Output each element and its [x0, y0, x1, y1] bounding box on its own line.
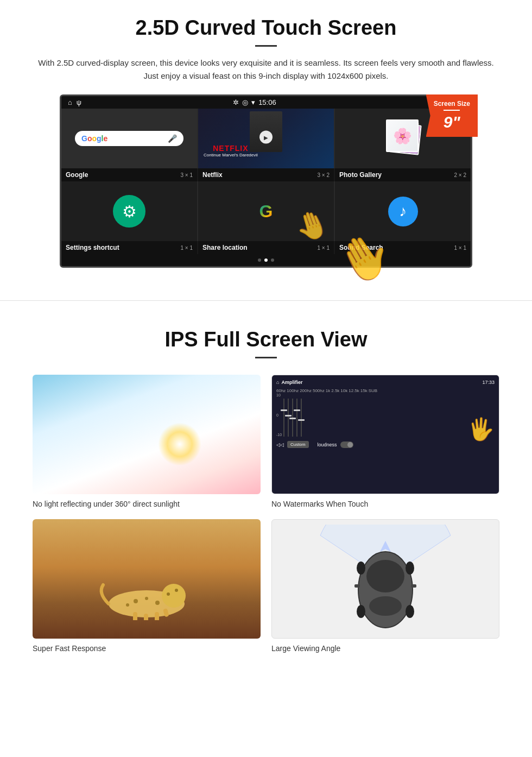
netflix-brand: NETFLIX: [204, 144, 258, 153]
mic-icon: 🎤: [168, 134, 177, 143]
netflix-label: Netflix 3 × 2: [198, 168, 334, 181]
svg-point-2: [134, 599, 138, 603]
badge-divider: [444, 110, 460, 111]
gallery-label: Photo Gallery 2 × 2: [335, 168, 471, 181]
settings-label: Settings shortcut 1 × 1: [61, 241, 197, 254]
amp-loudness-label: loudness: [318, 442, 337, 447]
sound-app-cell[interactable]: ♪: [335, 181, 471, 241]
device-mockup: Screen Size 9" ⌂ ψ ✲ ◎ ▾ 15:06: [60, 94, 472, 268]
page-dots: [61, 254, 471, 266]
svg-point-19: [357, 605, 365, 618]
amp-freq-labels: 60hz 100hz 200hz 500hz 1k 2.5k 10k 12.5k…: [276, 388, 495, 393]
gallery-app-name: Photo Gallery: [339, 171, 382, 179]
amp-scale: 10 0 -10: [276, 393, 282, 437]
svg-rect-8: [133, 612, 137, 620]
google-app-size: 3 × 1: [180, 172, 193, 178]
share-app-cell[interactable]: G 🤚: [198, 181, 334, 241]
handle-5: [298, 419, 305, 421]
features-grid: No light reflecting under 360° direct su…: [22, 375, 510, 653]
feature-watermarks: ⌂ Amplifier 17:33 60hz 100hz 200hz 500hz…: [271, 375, 499, 508]
share-label: Share location 1 × 1: [198, 241, 334, 254]
cheetah-image: [33, 519, 261, 639]
cheetah-svg: [92, 577, 201, 620]
sound-app-size: 1 × 1: [454, 245, 466, 251]
gallery-app-size: 2 × 2: [454, 172, 466, 178]
feature-response: Super Fast Response: [33, 519, 261, 653]
svg-point-20: [406, 605, 414, 618]
sound-app-name: Sound Search: [339, 244, 383, 251]
handle-2: [285, 415, 292, 417]
ips-title: IPS Full Screen View: [22, 328, 510, 351]
amp-toggle: [340, 441, 353, 448]
svg-rect-10: [155, 612, 159, 620]
netflix-subtitle: Continue Marvel's Daredevil: [204, 153, 258, 157]
amp-back-icon: ◁◁: [276, 442, 284, 447]
location-icon: ◎: [242, 98, 248, 106]
badge-label: Screen Size: [434, 100, 470, 108]
netflix-play-button[interactable]: ▶: [259, 131, 273, 144]
photo-card-main: 🌸: [386, 119, 419, 152]
curved-section: 2.5D Curved Touch Screen With 2.5D curve…: [0, 0, 532, 284]
sun-glow: [158, 422, 201, 466]
ips-section: IPS Full Screen View No light reflecting…: [0, 317, 532, 669]
share-app-name: Share location: [202, 244, 248, 251]
amplifier-image: ⌂ Amplifier 17:33 60hz 100hz 200hz 500hz…: [271, 375, 499, 494]
sound-label: Sound Search 1 × 1: [335, 241, 471, 254]
slider-2: [288, 399, 289, 437]
sound-icon: ♪: [388, 197, 418, 226]
google-label: Google 3 × 1: [61, 168, 197, 181]
svg-rect-15: [354, 584, 360, 588]
google-logo: Google: [81, 134, 107, 143]
hand-pointing-icon: 🤚: [290, 205, 333, 241]
google-app-cell[interactable]: Google 🎤: [61, 109, 197, 168]
amp-title: Amplifier: [281, 380, 302, 385]
svg-point-7: [175, 589, 178, 592]
bluetooth-icon: ✲: [233, 98, 239, 106]
svg-rect-16: [411, 584, 416, 588]
amp-custom-btn: Custom: [287, 441, 309, 448]
google-app-name: Google: [66, 171, 88, 179]
netflix-app-cell[interactable]: ▶ NETFLIX Continue Marvel's Daredevil: [198, 109, 334, 168]
netflix-logo-text: NETFLIX Continue Marvel's Daredevil: [204, 144, 258, 157]
settings-app-size: 1 × 1: [180, 245, 193, 251]
amp-toggle-knob: [347, 442, 353, 447]
status-bar: ⌂ ψ ✲ ◎ ▾ 15:06 ⬚ ◁) ⊠ ▭: [61, 96, 471, 109]
svg-point-18: [406, 562, 414, 575]
viewing-caption: Large Viewing Angle: [271, 644, 499, 653]
feature-viewing: Large Viewing Angle: [271, 519, 499, 653]
handle-3: [289, 418, 296, 419]
svg-rect-9: [144, 614, 148, 620]
settings-app-cell[interactable]: ⚙: [61, 181, 197, 241]
settings-app-name: Settings shortcut: [66, 244, 119, 251]
amp-top-bar: ⌂ Amplifier 17:33: [276, 380, 495, 385]
svg-point-4: [126, 603, 129, 607]
svg-point-14: [369, 596, 402, 616]
handle-1: [281, 409, 287, 411]
screen-size-badge: Screen Size 9": [426, 94, 478, 137]
slider-1: [283, 399, 284, 437]
curved-description: With 2.5D curved-display screen, this de…: [33, 56, 499, 83]
ips-title-underline: [255, 357, 277, 358]
google-search-bar[interactable]: Google 🎤: [75, 131, 183, 146]
usb-icon: ψ: [77, 98, 81, 106]
app-label-row-2: Settings shortcut 1 × 1 Share location 1…: [61, 241, 471, 254]
app-label-row-1: Google 3 × 1 Netflix 3 × 2 Photo Gallery…: [61, 168, 471, 181]
slider-5: [301, 399, 302, 437]
svg-point-3: [145, 597, 148, 600]
title-underline: [255, 45, 277, 47]
amp-home-icon: ⌂: [276, 380, 279, 385]
handle-4: [294, 409, 300, 411]
watermarks-caption: No Watermarks When Touch: [271, 500, 499, 508]
status-left-icons: ⌂ ψ: [68, 98, 81, 106]
share-app-size: 1 × 1: [317, 245, 330, 251]
app-grid-container: Google 🎤 ▶ NETFLIX C: [61, 109, 471, 266]
netflix-app-name: Netflix: [202, 171, 223, 179]
feature-sunlight: No light reflecting under 360° direct su…: [33, 375, 261, 508]
dot-1: [258, 258, 261, 262]
hand-touching-icon: 🖐: [467, 417, 495, 442]
car-shape: [272, 520, 499, 638]
signal-icon: ▾: [251, 98, 255, 106]
status-time: 15:06: [258, 98, 276, 106]
car-viewing-svg: [304, 525, 467, 633]
home-icon: ⌂: [68, 98, 72, 106]
